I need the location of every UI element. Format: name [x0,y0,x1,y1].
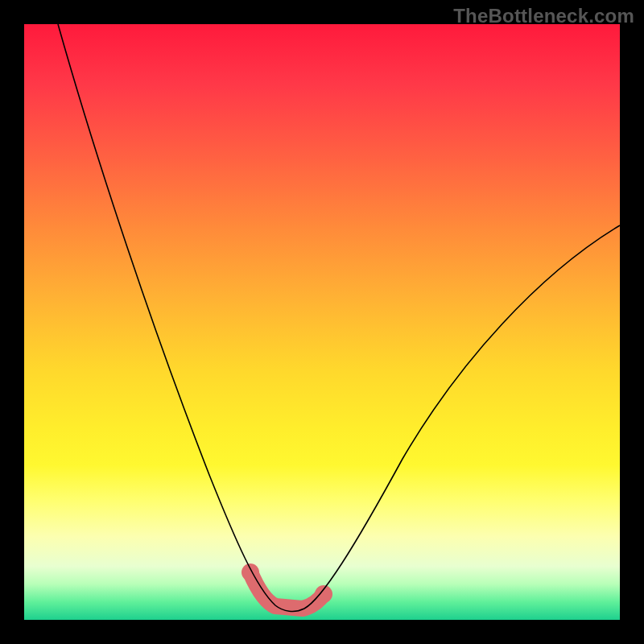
watermark-text: TheBottleneck.com [453,5,634,27]
chart-frame: TheBottleneck.com [0,0,644,644]
optimal-range-highlight [250,572,324,609]
bottleneck-curve [58,24,620,611]
plot-area [24,24,620,620]
optimal-range-end-dot [315,585,332,603]
optimal-range-start-dot [242,564,259,581]
chart-svg [24,24,620,620]
